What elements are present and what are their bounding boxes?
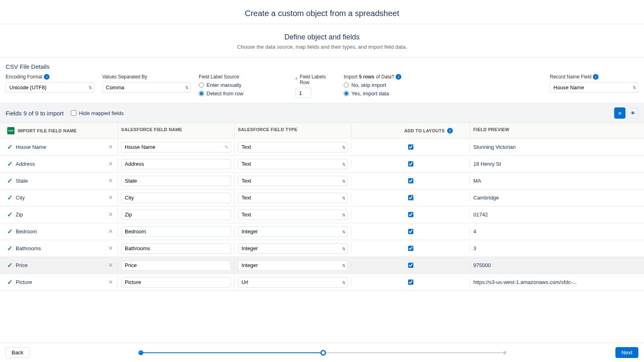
add-to-layouts-checkbox[interactable]	[408, 263, 413, 268]
field-preview-value: Stunning Victorian	[470, 142, 644, 152]
csv-section-title: CSV File Details	[6, 63, 638, 70]
field-preview-value: 18 Henry St	[470, 159, 644, 169]
table-header: csvIMPORT FILE FIELD NAME SALESFORCE FIE…	[0, 123, 644, 139]
check-icon: ✓	[7, 211, 12, 218]
sf-field-name-input[interactable]	[121, 277, 231, 288]
fields-bar: Fields 9 of 9 to import Hide mapped fiel…	[0, 103, 644, 123]
import-field-name: Address	[16, 161, 35, 167]
hide-mapped-checkbox[interactable]: Hide mapped fields	[71, 110, 124, 116]
sf-field-name-input[interactable]	[121, 142, 231, 152]
import-field-name: State	[16, 178, 28, 184]
check-icon: ✓	[7, 177, 12, 185]
label-source-label: Field Label Source	[199, 74, 287, 80]
add-to-layouts-checkbox[interactable]	[408, 178, 413, 183]
field-preview-value: 3	[470, 244, 644, 253]
field-preview-value: 975000	[470, 261, 644, 270]
field-preview-value: https://s3-us-west-1.amazonaws.com/sfdc-…	[470, 278, 644, 287]
check-icon: ✓	[7, 245, 12, 252]
sf-field-type-select[interactable]: Integer	[238, 260, 348, 271]
add-to-layouts-checkbox[interactable]	[408, 161, 413, 167]
check-icon: ✓	[7, 261, 12, 269]
sf-field-name-input[interactable]	[121, 193, 231, 203]
table-row: ✓ Picture × Url https://s3-us-west-1.ama…	[0, 274, 644, 291]
check-icon: ✓	[7, 160, 12, 168]
csv-icon: csv	[7, 127, 14, 134]
remove-field-button[interactable]: ×	[107, 227, 114, 236]
remove-field-button[interactable]: ×	[107, 160, 114, 168]
table-row: ✓ Price × Integer 975000	[0, 257, 644, 274]
sf-field-name-input[interactable]	[121, 226, 231, 237]
separator-select[interactable]: Comma	[102, 82, 191, 93]
add-to-layouts-checkbox[interactable]	[408, 144, 413, 150]
add-to-layouts-checkbox[interactable]	[408, 280, 413, 285]
check-icon: ✓	[7, 194, 12, 202]
encoding-label: Encoding Formati	[6, 74, 94, 80]
import-field-name: Bathrooms	[16, 245, 41, 251]
remove-field-button[interactable]: ×	[107, 261, 114, 269]
import-rows-label: Import 5 rows of Data?i	[344, 74, 420, 80]
sf-field-name-input[interactable]	[121, 260, 231, 271]
remove-field-button[interactable]: ×	[107, 143, 114, 151]
eye-icon: 👁	[630, 110, 636, 116]
csv-details-section: CSV File Details Encoding Formati Unicod…	[0, 58, 644, 103]
field-preview-value: Cambridge	[470, 193, 644, 202]
info-icon[interactable]: i	[44, 74, 50, 80]
sf-field-name-input[interactable]	[121, 210, 231, 220]
table-row: ✓ House Name × ✎ Text Stunning Victorian	[0, 139, 644, 156]
sf-field-name-input[interactable]	[121, 176, 231, 186]
remove-field-button[interactable]: ×	[107, 177, 114, 185]
import-field-name: House Name	[16, 144, 46, 150]
preview-view-button[interactable]: 👁	[627, 107, 638, 119]
remove-field-button[interactable]: ×	[107, 244, 114, 253]
check-icon: ✓	[7, 228, 12, 235]
labels-row-label: *Field Labels Row	[295, 74, 336, 85]
radio-skip-import[interactable]: No, skip import	[344, 82, 420, 88]
page-title: Create a custom object from a spreadshee…	[0, 0, 644, 24]
encoding-select[interactable]: Unicode (UTF8)	[6, 82, 94, 93]
import-field-name: Bedroom	[16, 228, 37, 234]
fields-count-title: Fields 9 of 9 to import	[6, 110, 64, 117]
radio-detect-row[interactable]: Detect from row	[199, 90, 287, 97]
check-icon: ✓	[7, 143, 12, 151]
sf-field-type-select[interactable]: Text	[238, 176, 348, 186]
sf-field-type-select[interactable]: Text	[238, 142, 348, 152]
sf-field-type-select[interactable]: Text	[238, 193, 348, 203]
radio-enter-manually[interactable]: Enter manually	[199, 82, 287, 88]
remove-field-button[interactable]: ×	[107, 193, 114, 202]
sf-field-type-select[interactable]: Integer	[238, 243, 348, 254]
table-row: ✓ City × Text Cambridge	[0, 189, 644, 206]
labels-row-input[interactable]	[295, 88, 312, 98]
table-row: ✓ Bedroom × Integer 4	[0, 223, 644, 240]
list-icon: ≡	[618, 110, 621, 116]
import-field-name: Picture	[16, 279, 32, 285]
sf-field-name-input[interactable]	[121, 243, 231, 254]
field-preview-value: MA	[470, 176, 644, 185]
remove-field-button[interactable]: ×	[107, 210, 114, 219]
add-to-layouts-checkbox[interactable]	[408, 246, 413, 251]
add-to-layouts-checkbox[interactable]	[408, 229, 413, 234]
info-icon[interactable]: i	[396, 74, 401, 80]
remove-field-button[interactable]: ×	[107, 278, 114, 286]
info-icon[interactable]: i	[447, 128, 453, 134]
info-icon[interactable]: i	[593, 74, 599, 80]
edit-icon: ✎	[225, 144, 229, 150]
sf-field-type-select[interactable]: Text	[238, 159, 348, 169]
import-field-name: Zip	[16, 212, 23, 218]
field-preview-value: 4	[470, 227, 644, 236]
sf-field-name-input[interactable]	[121, 159, 231, 169]
sf-field-type-select[interactable]: Text	[238, 210, 348, 220]
sf-field-type-select[interactable]: Url	[238, 277, 348, 288]
page-subtitle: Define object and fields	[0, 24, 644, 44]
record-name-select[interactable]: House Name	[550, 82, 638, 93]
list-view-button[interactable]: ≡	[614, 107, 625, 119]
page-description: Choose the data source, map fields and t…	[0, 44, 644, 58]
add-to-layouts-checkbox[interactable]	[408, 195, 413, 200]
radio-import-data[interactable]: Yes, import data	[344, 90, 420, 97]
check-icon: ✓	[7, 278, 12, 286]
field-preview-value: 01742	[470, 210, 644, 219]
record-name-label: Record Name Fieldi	[550, 74, 638, 80]
sf-field-type-select[interactable]: Integer	[238, 226, 348, 237]
separator-label: Values Separated By	[102, 74, 191, 80]
add-to-layouts-checkbox[interactable]	[408, 212, 413, 217]
table-row: ✓ Bathrooms × Integer 3	[0, 240, 644, 257]
